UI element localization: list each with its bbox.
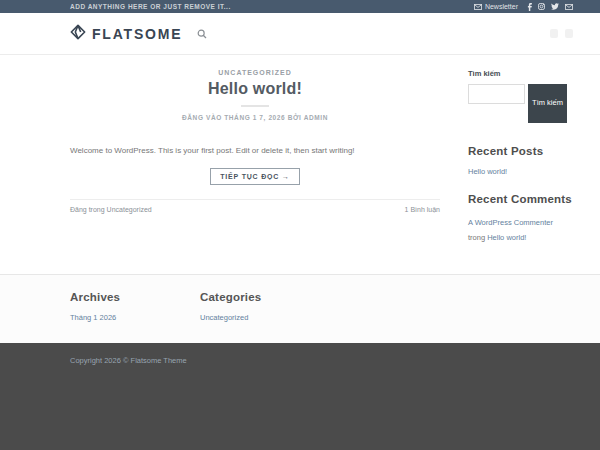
top-bar: ADD ANYTHING HERE OR JUST REMOVE IT... N… xyxy=(0,0,600,13)
email-icon[interactable] xyxy=(565,4,573,10)
comment-connector: trong xyxy=(468,233,485,242)
sidebar-search-button[interactable]: Tìm kiếm xyxy=(528,84,567,123)
facebook-icon[interactable] xyxy=(527,3,532,11)
post-footer-meta: Đăng trong Uncategorized 1 Bình luận xyxy=(70,199,440,213)
topbar-message: ADD ANYTHING HERE OR JUST REMOVE IT... xyxy=(70,3,231,10)
sidebar-search-form: Tìm kiếm xyxy=(468,84,573,123)
logo-text: FLATSOME xyxy=(92,26,182,42)
header-secondary-icons xyxy=(550,29,573,38)
sidebar-search-label: Tìm kiếm xyxy=(468,69,573,78)
recent-posts-title: Recent Posts xyxy=(468,145,573,157)
archives-title: Archives xyxy=(70,291,200,303)
twitter-icon[interactable] xyxy=(551,3,559,10)
recent-comments-title: Recent Comments xyxy=(468,193,573,205)
archives-widget: Archives Tháng 1 2026 xyxy=(70,291,200,343)
recent-comment-item: A WordPress Commenter trong Hello world! xyxy=(468,215,560,245)
read-more-button[interactable]: TIẾP TỤC ĐỌC → xyxy=(210,168,299,185)
post-excerpt: Welcome to WordPress. This is your first… xyxy=(70,146,440,156)
post-meta: ĐĂNG VÀO THÁNG 1 7, 2026 BỞI ADMIN xyxy=(70,114,440,121)
page-content: UNCATEGORIZED Hello world! ĐĂNG VÀO THÁN… xyxy=(0,55,600,274)
header-faint-icon-2[interactable] xyxy=(565,29,573,38)
newsletter-label: Newsletter xyxy=(485,3,518,10)
read-more-row: TIẾP TỤC ĐỌC → xyxy=(70,165,440,185)
posted-in-category-link[interactable]: Uncategorized xyxy=(107,206,152,213)
comment-post-link[interactable]: Hello world! xyxy=(487,233,526,242)
footer-widgets: Archives Tháng 1 2026 Categories Uncateg… xyxy=(0,274,600,343)
posted-in: Đăng trong Uncategorized xyxy=(70,206,152,213)
footer-copyright-bar: Copyright 2026 © Flatsome Theme xyxy=(0,343,600,450)
categories-widget: Categories Uncategorized xyxy=(200,291,330,343)
flatsome-gem-icon xyxy=(70,24,86,44)
social-icons xyxy=(527,3,573,11)
newsletter-link[interactable]: Newsletter xyxy=(474,3,518,10)
comments-link[interactable]: 1 Bình luận xyxy=(405,206,440,213)
sidebar-search-input[interactable] xyxy=(468,84,525,104)
title-divider xyxy=(241,105,269,107)
topbar-right: Newsletter xyxy=(474,3,573,11)
categories-title: Categories xyxy=(200,291,330,303)
categories-link[interactable]: Uncategorized xyxy=(200,313,248,322)
post-category[interactable]: UNCATEGORIZED xyxy=(70,69,440,76)
search-icon[interactable] xyxy=(197,29,207,39)
site-logo[interactable]: FLATSOME xyxy=(70,24,182,44)
recent-post-link[interactable]: Hello world! xyxy=(468,167,507,176)
header-faint-icon-1[interactable] xyxy=(550,29,558,38)
instagram-icon[interactable] xyxy=(538,3,545,10)
sidebar: Tìm kiếm Tìm kiếm Recent Posts Hello wor… xyxy=(468,69,573,274)
blog-post: UNCATEGORIZED Hello world! ĐĂNG VÀO THÁN… xyxy=(70,69,440,274)
copyright-text: Copyright 2026 © Flatsome Theme xyxy=(70,356,187,365)
comment-author-link[interactable]: A WordPress Commenter xyxy=(468,218,553,227)
archives-link[interactable]: Tháng 1 2026 xyxy=(70,313,116,322)
site-header: FLATSOME xyxy=(0,13,600,55)
envelope-icon xyxy=(474,4,482,10)
posted-in-prefix: Đăng trong xyxy=(70,206,105,213)
post-title[interactable]: Hello world! xyxy=(70,80,440,98)
